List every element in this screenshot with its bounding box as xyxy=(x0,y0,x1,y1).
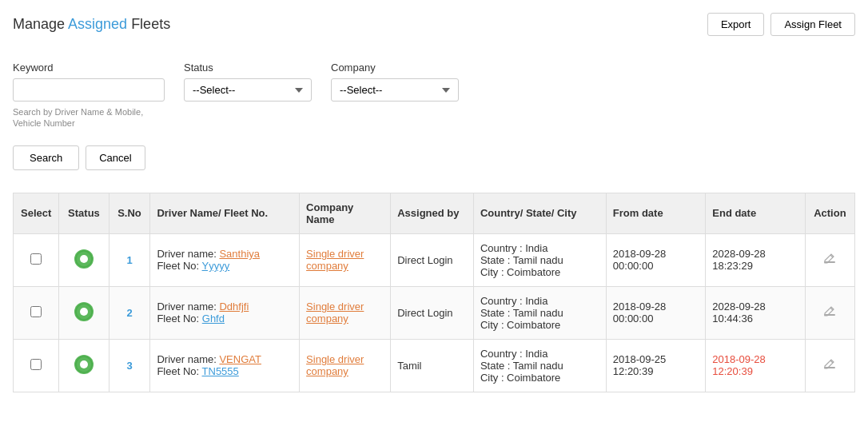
row-driver-cell: Driver name: VENGAT Fleet No: TN5555 xyxy=(150,339,300,392)
filter-actions: Search Cancel xyxy=(13,145,855,170)
search-button[interactable]: Search xyxy=(13,145,79,170)
row-number: 3 xyxy=(126,360,132,372)
row-select-cell xyxy=(14,339,59,392)
row-end-cell: 2028-09-28 10:44:36 xyxy=(706,286,805,339)
row-action-cell xyxy=(805,233,854,286)
table-row: 3 Driver name: VENGAT Fleet No: TN5555 S… xyxy=(14,339,855,392)
fleet-label: Fleet No: xyxy=(157,365,201,377)
fleet-label: Fleet No: xyxy=(157,260,201,272)
svg-point-1 xyxy=(80,255,88,263)
row-status-cell xyxy=(59,233,109,286)
assign-fleet-button[interactable]: Assign Fleet xyxy=(770,13,855,36)
row-from-cell: 2018-09-25 12:20:39 xyxy=(606,339,705,392)
row-company-cell: Single driver company xyxy=(300,339,391,392)
row-end-cell: 2028-09-28 18:23:29 xyxy=(706,233,805,286)
from-date-text: 2018-09-28 00:00:00 xyxy=(613,248,667,272)
table-body: 1 Driver name: Santhiya Fleet No: Yyyyy … xyxy=(14,233,855,392)
fleet-no-link[interactable]: TN5555 xyxy=(202,365,239,377)
row-checkbox[interactable] xyxy=(30,253,42,265)
table-container: Select Status S.No Driver Name/ Fleet No… xyxy=(13,193,855,392)
end-date-text: 2028-09-28 18:23:29 xyxy=(712,248,766,272)
page-container: Manage Assigned Fleets Export Assign Fle… xyxy=(0,0,868,434)
row-sno-cell: 2 xyxy=(109,286,150,339)
row-company-cell: Single driver company xyxy=(300,233,391,286)
company-select[interactable]: --Select-- xyxy=(331,78,459,102)
row-assigned-cell: Direct Login xyxy=(391,286,474,339)
col-header-end: End date xyxy=(706,193,805,233)
row-driver-cell: Driver name: Ddhfjfi Fleet No: Ghfd xyxy=(150,286,300,339)
assigned-by-text: Tamil xyxy=(397,360,421,372)
state-text: State : Tamil nadu xyxy=(480,307,563,319)
company-link[interactable]: Single driver company xyxy=(306,301,364,325)
company-filter-group: Company --Select-- xyxy=(331,62,459,102)
country-text: Country : India xyxy=(480,348,548,360)
col-header-driver: Driver Name/ Fleet No. xyxy=(150,193,300,233)
cancel-button[interactable]: Cancel xyxy=(86,145,145,170)
driver-label: Driver name: xyxy=(157,353,219,365)
row-company-cell: Single driver company xyxy=(300,286,391,339)
country-text: Country : India xyxy=(480,242,548,254)
keyword-hint: Search by Driver Name & Mobile, Vehicle … xyxy=(13,106,165,129)
company-link[interactable]: Single driver company xyxy=(306,353,364,377)
filter-row: Keyword Search by Driver Name & Mobile, … xyxy=(13,62,855,129)
row-number: 2 xyxy=(126,307,132,319)
from-date-text: 2018-09-25 12:20:39 xyxy=(613,353,667,377)
col-header-company: Company Name xyxy=(300,193,391,233)
row-location-cell: Country : India State : Tamil nadu City … xyxy=(473,339,606,392)
state-text: State : Tamil nadu xyxy=(480,254,563,266)
keyword-input[interactable] xyxy=(13,78,165,102)
col-header-from: From date xyxy=(606,193,705,233)
status-label: Status xyxy=(184,62,312,74)
page-title: Manage Assigned Fleets xyxy=(13,16,170,33)
svg-point-4 xyxy=(80,308,88,316)
keyword-label: Keyword xyxy=(13,62,165,74)
col-header-assigned: Assigned by xyxy=(391,193,474,233)
col-header-location: Country/ State/ City xyxy=(473,193,606,233)
driver-name-link[interactable]: Ddhfjfi xyxy=(219,301,249,313)
status-filter-group: Status --Select-- xyxy=(184,62,312,102)
table-row: 2 Driver name: Ddhfjfi Fleet No: Ghfd Si… xyxy=(14,286,855,339)
country-text: Country : India xyxy=(480,295,548,307)
row-status-cell xyxy=(59,286,109,339)
city-text: City : Coimbatore xyxy=(480,319,560,331)
company-link[interactable]: Single driver company xyxy=(306,248,364,272)
keyword-filter-group: Keyword Search by Driver Name & Mobile, … xyxy=(13,62,165,129)
row-checkbox[interactable] xyxy=(30,306,42,317)
row-select-cell xyxy=(14,286,59,339)
row-location-cell: Country : India State : Tamil nadu City … xyxy=(473,286,606,339)
driver-name-link[interactable]: Santhiya xyxy=(219,248,260,260)
svg-point-7 xyxy=(80,360,88,368)
row-checkbox[interactable] xyxy=(30,359,42,370)
fleet-no-link[interactable]: Ghfd xyxy=(202,313,225,325)
state-text: State : Tamil nadu xyxy=(480,360,563,372)
driver-label: Driver name: xyxy=(157,248,219,260)
driver-name-link[interactable]: VENGAT xyxy=(219,353,261,365)
fleet-label: Fleet No: xyxy=(157,313,201,325)
end-date-text: 2018-09-28 12:20:39 xyxy=(712,353,766,377)
city-text: City : Coimbatore xyxy=(480,372,560,384)
row-select-cell xyxy=(14,233,59,286)
status-select[interactable]: --Select-- xyxy=(184,78,312,102)
edit-icon[interactable] xyxy=(822,357,837,372)
from-date-text: 2018-09-28 00:00:00 xyxy=(613,301,667,325)
row-assigned-cell: Direct Login xyxy=(391,233,474,286)
fleet-no-link[interactable]: Yyyyy xyxy=(202,260,230,272)
row-sno-cell: 1 xyxy=(109,233,150,286)
row-number: 1 xyxy=(126,254,132,266)
assigned-by-text: Direct Login xyxy=(397,254,452,266)
status-icon xyxy=(74,249,94,269)
edit-icon[interactable] xyxy=(822,305,837,319)
row-driver-cell: Driver name: Santhiya Fleet No: Yyyyy xyxy=(150,233,300,286)
fleet-table: Select Status S.No Driver Name/ Fleet No… xyxy=(13,193,855,392)
row-location-cell: Country : India State : Tamil nadu City … xyxy=(473,233,606,286)
status-icon xyxy=(74,355,94,374)
row-action-cell xyxy=(805,339,854,392)
end-date-text: 2028-09-28 10:44:36 xyxy=(712,301,766,325)
col-header-status: Status xyxy=(59,193,109,233)
edit-icon[interactable] xyxy=(822,252,837,266)
export-button[interactable]: Export xyxy=(707,13,765,36)
driver-label: Driver name: xyxy=(157,301,219,313)
row-status-cell xyxy=(59,339,109,392)
row-sno-cell: 3 xyxy=(109,339,150,392)
col-header-select: Select xyxy=(14,193,59,233)
